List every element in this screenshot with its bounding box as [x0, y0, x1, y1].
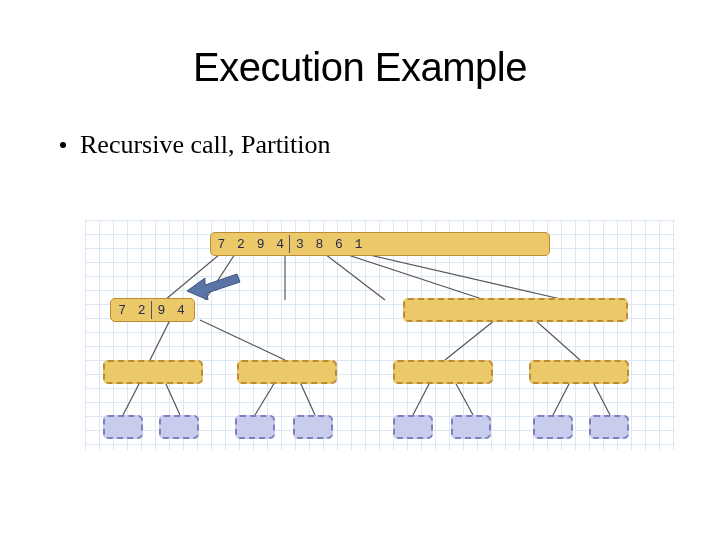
- svg-line-12: [255, 382, 275, 415]
- svg-line-17: [593, 382, 610, 415]
- slide-title: Execution Example: [0, 45, 720, 90]
- divider-icon: [289, 235, 290, 253]
- leaf-node: [103, 415, 143, 439]
- svg-marker-18: [187, 274, 240, 300]
- leaf-node: [451, 415, 491, 439]
- level2-node: [393, 360, 493, 384]
- svg-line-14: [413, 382, 430, 415]
- bullet-row: Recursive call, Partition: [60, 130, 720, 160]
- leaf-node: [589, 415, 629, 439]
- svg-line-6: [150, 320, 170, 360]
- svg-line-10: [123, 382, 140, 415]
- bullet-text: Recursive call, Partition: [80, 130, 331, 160]
- level2-node: [103, 360, 203, 384]
- bullet-icon: [60, 142, 66, 148]
- root-node-text: 7 2 9 4 3 8 6 1: [217, 237, 364, 252]
- level2-node: [529, 360, 629, 384]
- svg-line-7: [200, 320, 285, 360]
- svg-line-16: [553, 382, 570, 415]
- svg-line-9: [535, 320, 580, 360]
- leaf-node: [235, 415, 275, 439]
- diagram: 7 2 9 4 3 8 6 1 7 2 9 4: [85, 220, 675, 450]
- level1-left-text: 7 2 9 4: [118, 303, 187, 318]
- level1-right-placeholder: [403, 298, 628, 322]
- svg-line-11: [165, 382, 180, 415]
- svg-line-8: [445, 320, 495, 360]
- leaf-node: [293, 415, 333, 439]
- level1-left-node: 7 2 9 4: [110, 298, 195, 322]
- svg-line-13: [300, 382, 315, 415]
- root-node: 7 2 9 4 3 8 6 1: [210, 232, 550, 256]
- arrow-icon: [185, 266, 245, 300]
- level2-node: [237, 360, 337, 384]
- leaf-node: [159, 415, 199, 439]
- svg-line-3: [325, 254, 385, 300]
- leaf-node: [533, 415, 573, 439]
- leaf-node: [393, 415, 433, 439]
- svg-line-15: [455, 382, 473, 415]
- divider-icon: [151, 301, 152, 319]
